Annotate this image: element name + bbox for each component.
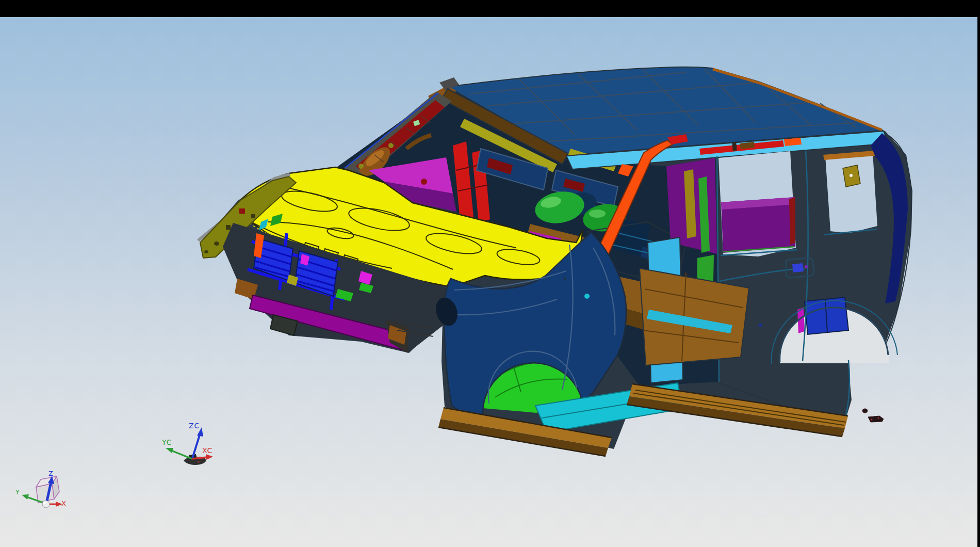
wcs-y-arrowhead (166, 448, 173, 453)
fuel-filler-purple-part (805, 265, 808, 268)
detached-parts[interactable] (862, 409, 884, 422)
apillar-fastener (358, 164, 364, 169)
fender-bolt (504, 288, 507, 291)
apron-dark-hole (251, 214, 255, 218)
wcs-triad[interactable]: ZC YC XC (161, 422, 213, 465)
quarter-window-opening[interactable] (825, 153, 877, 233)
wcs-y-axis[interactable] (171, 451, 192, 459)
right-black-bar (977, 0, 980, 547)
origin-red-dot (198, 461, 200, 463)
acs-x-label: X (61, 500, 67, 507)
apron-hole (204, 250, 208, 253)
fuel-filler-blue-part[interactable] (792, 263, 804, 272)
interior-trim-maroon-edge (789, 197, 795, 245)
apron-red-clip (239, 208, 245, 214)
fender-bolt (564, 278, 566, 280)
part-red-dot (871, 419, 873, 421)
acs-y-arrowhead (22, 494, 29, 500)
top-black-bar (0, 0, 980, 17)
wcs-y-label: YC (161, 438, 172, 446)
apron-hole (214, 242, 219, 246)
absolute-csys-triad[interactable]: Z Y X (15, 470, 67, 508)
cube-front-face (36, 484, 54, 503)
small-part-strip[interactable] (868, 416, 884, 422)
model-canvas[interactable]: ZC YC XC Z Y X (0, 0, 980, 547)
wcs-x-label: XC (202, 446, 213, 455)
wcs-z-label: ZC (189, 422, 200, 430)
bracket-hole (850, 174, 853, 177)
cowl-red-grommet (421, 179, 427, 185)
wcs-z-axis[interactable] (192, 433, 200, 458)
seat-highlight (589, 210, 606, 218)
small-part-dot[interactable] (862, 409, 868, 413)
rail-accent-gap (732, 142, 737, 151)
acs-y-label: Y (15, 488, 20, 496)
application-window: ZC YC XC Z Y X (0, 0, 980, 547)
part-red-dot (878, 417, 879, 419)
apron-dark-hole (226, 225, 231, 230)
origin-sphere-highlight (43, 502, 46, 504)
acs-z-label: Z (48, 470, 54, 477)
car-body-model[interactable] (198, 67, 912, 456)
origin-sphere[interactable] (42, 501, 50, 508)
fender-cyan-grommet (584, 294, 590, 299)
wcs-x-arrowhead (206, 454, 213, 460)
